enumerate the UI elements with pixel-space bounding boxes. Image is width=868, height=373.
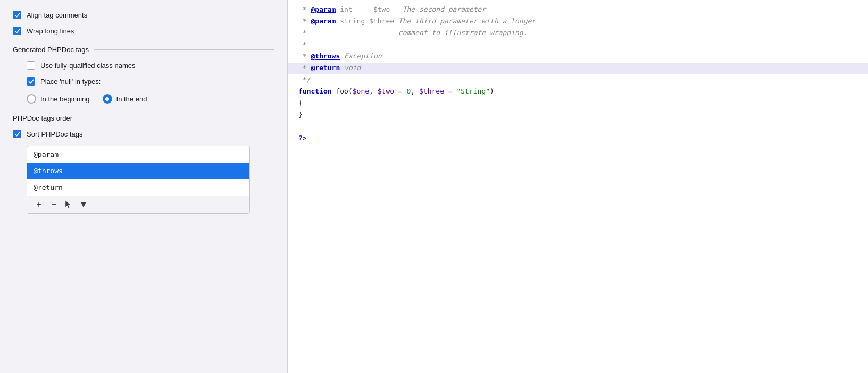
generated-section-label: Generated PHPDoc tags bbox=[13, 46, 89, 54]
place-null-row: Place 'null' in types: bbox=[13, 77, 274, 86]
tag-item-return[interactable]: @return bbox=[27, 179, 249, 196]
section-divider bbox=[94, 49, 274, 50]
code-preview-panel: * @param int $two The second parameter *… bbox=[287, 0, 868, 373]
radio-beginning-circle[interactable] bbox=[27, 94, 36, 104]
settings-panel: Align tag comments Wrap long lines Gener… bbox=[0, 0, 287, 373]
fully-qualified-label: Use fully-qualified class names bbox=[40, 62, 135, 70]
tags-order-section-header: PHPDoc tags order bbox=[13, 114, 274, 122]
place-null-checkbox[interactable] bbox=[27, 77, 35, 86]
radio-in-beginning[interactable]: In the beginning bbox=[27, 94, 90, 104]
sort-phpdoc-checkbox[interactable] bbox=[13, 130, 21, 138]
sort-phpdoc-label: Sort PHPDoc tags bbox=[27, 130, 83, 138]
fully-qualified-checkbox[interactable] bbox=[27, 61, 35, 70]
radio-end-circle[interactable] bbox=[103, 94, 112, 104]
tag-order-list: @param @throws @return + − ▼ bbox=[27, 146, 250, 214]
radio-in-end[interactable]: In the end bbox=[103, 94, 147, 104]
cursor-icon bbox=[61, 198, 76, 211]
wrap-long-lines-row: Wrap long lines bbox=[13, 27, 274, 35]
code-line-2: * @param string $three The third paramet… bbox=[298, 16, 857, 28]
code-line-11 bbox=[298, 121, 857, 133]
tags-order-section-label: PHPDoc tags order bbox=[13, 114, 72, 122]
add-tag-button[interactable]: + bbox=[31, 198, 46, 211]
remove-tag-button[interactable]: − bbox=[46, 198, 61, 211]
tag-item-throws[interactable]: @throws bbox=[27, 163, 249, 179]
code-line-3: * comment to illustrate wrapping. bbox=[298, 28, 857, 39]
null-position-radio-group: In the beginning In the end bbox=[13, 94, 274, 104]
wrap-long-lines-checkbox[interactable] bbox=[13, 27, 21, 35]
code-line-7: */ bbox=[298, 74, 857, 86]
place-null-label: Place 'null' in types: bbox=[40, 78, 101, 86]
radio-beginning-label: In the beginning bbox=[40, 95, 90, 103]
move-down-button[interactable]: ▼ bbox=[76, 198, 91, 211]
tags-order-divider bbox=[78, 118, 274, 118]
tag-toolbar: + − ▼ bbox=[27, 196, 249, 213]
align-tag-comments-checkbox[interactable] bbox=[13, 11, 21, 19]
code-text: * bbox=[298, 4, 311, 15]
code-line-5: * @throws Exception bbox=[298, 51, 857, 63]
code-line-10: } bbox=[298, 109, 857, 121]
tag-item-param[interactable]: @param bbox=[27, 146, 249, 163]
generated-section-header: Generated PHPDoc tags bbox=[13, 46, 274, 54]
code-line-1: * @param int $two The second parameter bbox=[298, 4, 857, 16]
sort-phpdoc-row: Sort PHPDoc tags bbox=[13, 130, 274, 138]
code-line-12: ?> bbox=[298, 133, 857, 145]
align-tag-comments-row: Align tag comments bbox=[13, 11, 274, 19]
radio-end-label: In the end bbox=[116, 95, 147, 103]
align-tag-comments-label: Align tag comments bbox=[27, 11, 87, 19]
code-content: * @param int $two The second parameter *… bbox=[288, 0, 868, 373]
code-line-8: function foo($one, $two = 0, $three = "S… bbox=[298, 86, 857, 98]
wrap-long-lines-label: Wrap long lines bbox=[27, 27, 74, 35]
code-line-9: { bbox=[298, 98, 857, 109]
code-line-6: * @return void bbox=[288, 63, 868, 74]
code-line-4: * bbox=[298, 39, 857, 51]
fully-qualified-row: Use fully-qualified class names bbox=[13, 61, 274, 70]
